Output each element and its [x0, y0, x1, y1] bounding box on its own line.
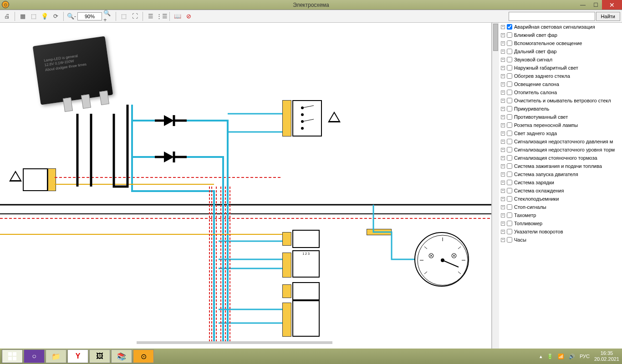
tree-item[interactable]: +Прикуриватель	[499, 105, 622, 113]
tree-item[interactable]: +Сигнализация недостаточного давления м	[499, 137, 622, 146]
zoom-out-icon[interactable]: 🔍-	[66, 11, 76, 21]
tree-checkbox[interactable]	[507, 40, 512, 46]
find-button[interactable]: Найти	[596, 12, 620, 21]
minimize-button[interactable]: —	[576, 0, 589, 10]
tree-checkbox[interactable]	[507, 98, 512, 103]
tree-checkbox[interactable]	[507, 237, 512, 243]
tree-item[interactable]: +Указатели поворотов	[499, 228, 622, 236]
tree-checkbox[interactable]	[507, 65, 512, 71]
tree-item[interactable]: +Система запуска двигателя	[499, 170, 622, 178]
task-winrar[interactable]: 📚	[111, 349, 132, 363]
tree-checkbox[interactable]	[507, 90, 512, 95]
task-explorer[interactable]: 📁	[46, 349, 66, 363]
zoom-in-icon[interactable]: 🔍+	[103, 11, 113, 21]
expand-icon[interactable]: +	[501, 41, 505, 46]
tree-item[interactable]: +Обогрев заднего стекла	[499, 72, 622, 80]
expand-icon[interactable]: +	[501, 66, 505, 70]
tray-volume-icon[interactable]: 🔊	[569, 354, 575, 359]
lightbulb-icon[interactable]: 💡	[40, 11, 50, 21]
expand-icon[interactable]: +	[501, 230, 505, 234]
tree-checkbox[interactable]	[507, 114, 512, 120]
tree-checkbox[interactable]	[507, 188, 512, 193]
list-icon[interactable]: ☰	[146, 11, 156, 21]
print-icon[interactable]: 🖨	[2, 11, 12, 21]
search-input[interactable]	[509, 12, 595, 21]
expand-icon[interactable]: +	[501, 189, 505, 193]
tree-checkbox[interactable]	[507, 57, 512, 62]
expand-icon[interactable]: +	[501, 58, 505, 62]
dotted-box-icon[interactable]: ⬚	[29, 11, 39, 21]
tree-checkbox[interactable]	[507, 106, 512, 111]
expand-icon[interactable]: +	[501, 205, 505, 209]
tree-item[interactable]: +Дальний свет фар	[499, 47, 622, 56]
expand-icon[interactable]: +	[501, 123, 505, 127]
expand-icon[interactable]: +	[501, 172, 505, 177]
diagram-canvas[interactable]: Lamp-LED is general 12.8V 0.1W-150W Abou…	[0, 23, 492, 349]
expand-icon[interactable]: +	[501, 91, 505, 95]
tree-checkbox[interactable]	[507, 212, 512, 218]
tree-checkbox[interactable]	[507, 147, 512, 152]
select-icon[interactable]: ⬚	[119, 11, 129, 21]
tree-item[interactable]: +Стоп-сигналы	[499, 203, 622, 211]
tree-checkbox[interactable]	[507, 163, 512, 169]
scrollbar-thumb[interactable]	[493, 24, 498, 51]
expand-icon[interactable]: +	[501, 82, 505, 86]
tree-item[interactable]: +Часы	[499, 236, 622, 244]
expand-icon[interactable]: +	[501, 115, 505, 119]
expand-icon[interactable]: +	[501, 99, 505, 103]
fit-icon[interactable]: ⛶	[130, 11, 140, 21]
tree-item[interactable]: +Стеклоподъемники	[499, 195, 622, 203]
expand-icon[interactable]: +	[501, 238, 505, 242]
tree-checkbox[interactable]	[507, 229, 512, 234]
tree-checkbox[interactable]	[507, 221, 512, 226]
tree-checkbox[interactable]	[507, 139, 512, 144]
start-button[interactable]	[2, 349, 23, 363]
tree-item[interactable]: +Освещение салона	[499, 80, 622, 88]
tree-item[interactable]: +Сигнализация стояночного тормоза	[499, 154, 622, 162]
tree-checkbox[interactable]	[507, 204, 512, 210]
expand-icon[interactable]: +	[501, 213, 505, 217]
tray-language[interactable]: РУС	[580, 354, 590, 359]
task-app[interactable]: ⊙	[133, 349, 154, 363]
zoom-input[interactable]	[77, 12, 102, 20]
tree-checkbox[interactable]	[507, 73, 512, 79]
tree-item[interactable]: +Тахометр	[499, 211, 622, 219]
tree-item[interactable]: +Звуковой сигнал	[499, 56, 622, 64]
tray-clock[interactable]: 16:35 20.02.2021	[594, 350, 619, 362]
tree-checkbox[interactable]	[507, 180, 512, 185]
tree-checkbox[interactable]	[507, 122, 512, 128]
tree-icon[interactable]: ⋮☰	[157, 11, 167, 21]
tray-battery-icon[interactable]: 🔋	[547, 354, 553, 359]
expand-icon[interactable]: +	[501, 33, 505, 37]
expand-icon[interactable]: +	[501, 148, 505, 152]
expand-icon[interactable]: +	[501, 74, 505, 78]
tree-item[interactable]: +Розетка переносной лампы	[499, 121, 622, 129]
tree-item[interactable]: +Отопитель салона	[499, 88, 622, 96]
vertical-scrollbar[interactable]	[492, 23, 499, 349]
tree-checkbox[interactable]	[507, 155, 512, 161]
expand-icon[interactable]: +	[501, 140, 505, 144]
tree-item[interactable]: +Вспомогательное освещение	[499, 39, 622, 47]
tree-checkbox[interactable]	[507, 24, 512, 30]
expand-icon[interactable]: +	[501, 107, 505, 111]
tree-item[interactable]: +Система зарядки	[499, 178, 622, 187]
tree-item[interactable]: +Аварийная световая сигнализация	[499, 23, 622, 31]
tree-checkbox[interactable]	[507, 131, 512, 136]
tree-checkbox[interactable]	[507, 81, 512, 87]
tray-up-icon[interactable]: ▴	[540, 354, 542, 359]
refresh-icon[interactable]: ⟳	[51, 11, 61, 21]
expand-icon[interactable]: +	[501, 50, 505, 54]
tree-checkbox[interactable]	[507, 172, 512, 177]
expand-icon[interactable]: +	[501, 181, 505, 185]
grid-icon[interactable]: ▦	[18, 11, 28, 21]
task-browser[interactable]: ○	[24, 349, 45, 363]
tree-item[interactable]: +Система зажигания и подачи топлива	[499, 162, 622, 170]
task-yandex[interactable]: Y	[67, 349, 88, 363]
expand-icon[interactable]: +	[501, 25, 505, 29]
maximize-button[interactable]: ☐	[589, 0, 602, 10]
tree-checkbox[interactable]	[507, 196, 512, 202]
tree-item[interactable]: +Противотуманный свет	[499, 113, 622, 121]
expand-icon[interactable]: +	[501, 164, 505, 168]
tree-item[interactable]: +Свет заднего хода	[499, 129, 622, 137]
close-button[interactable]: ✕	[602, 0, 622, 10]
